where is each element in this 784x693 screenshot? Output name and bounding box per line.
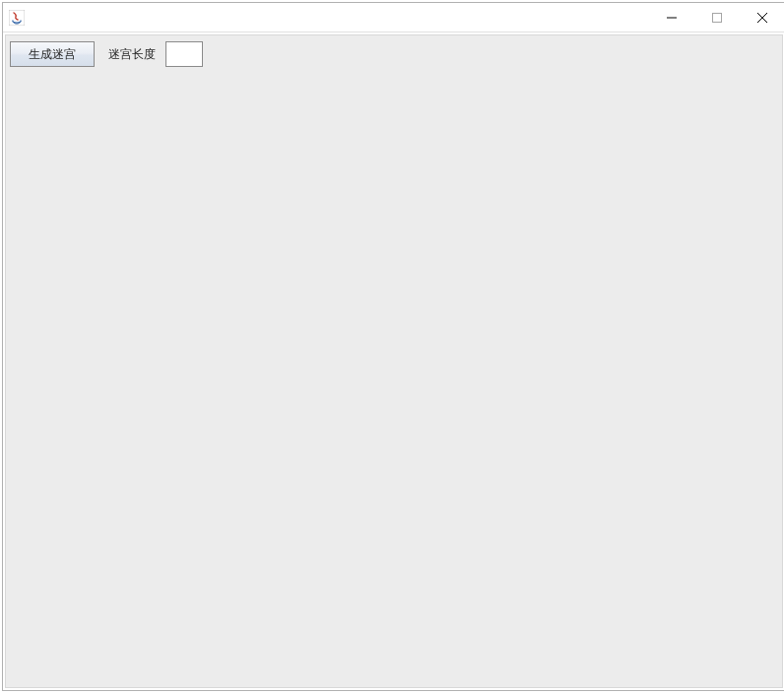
svg-rect-2 [713,13,722,22]
maximize-button [694,3,740,32]
generate-maze-button[interactable]: 生成迷宫 [10,41,95,67]
titlebar [3,3,784,32]
maze-length-group: 迷宫长度 [108,41,203,67]
minimize-button[interactable] [649,3,694,32]
close-button[interactable] [740,3,784,32]
app-window: 生成迷宫 迷宫长度 [2,2,784,691]
app-icon [9,10,25,26]
maze-length-label: 迷宫长度 [108,46,156,63]
content-area: 生成迷宫 迷宫长度 [5,34,783,688]
window-controls [649,3,784,32]
maze-length-input[interactable] [165,41,203,67]
toolbar: 生成迷宫 迷宫长度 [6,35,782,73]
maximize-icon [712,13,722,23]
svg-line-3 [757,13,767,23]
svg-line-4 [757,13,767,23]
close-icon [757,13,767,23]
minimize-icon [667,13,677,23]
